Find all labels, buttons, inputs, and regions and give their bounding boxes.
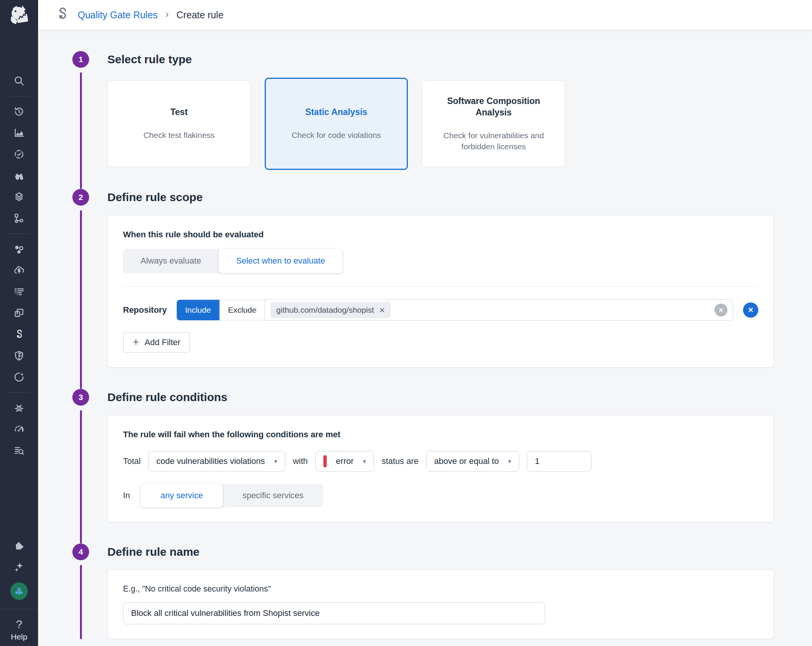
card-description: Check for code violations xyxy=(292,130,381,141)
sidebar-bottom: ? Help xyxy=(0,540,38,646)
sidebar-item-log-search[interactable] xyxy=(11,445,27,457)
target-circle-icon xyxy=(13,149,25,160)
clear-input-button[interactable]: ✕ xyxy=(714,304,727,317)
rule-name-panel: E.g., "No critical code security violati… xyxy=(107,569,774,639)
step-number-badge: 2 xyxy=(72,189,89,206)
sidebar-divider xyxy=(8,233,30,234)
sidebar-item-layers[interactable] xyxy=(11,191,27,203)
sidebar-divider xyxy=(8,96,30,96)
windows-icon xyxy=(13,307,25,319)
rule-scope-panel: When this rule should be evaluated Alway… xyxy=(107,215,774,368)
comparator-select[interactable]: above or equal to ▾ xyxy=(426,451,519,472)
gauge-icon xyxy=(13,424,25,435)
sidebar-item-synthetics[interactable] xyxy=(11,148,27,160)
chip-remove-icon[interactable]: ✕ xyxy=(379,307,385,314)
sidebar-item-profiling[interactable] xyxy=(11,423,27,435)
sidebar-item-logs[interactable] xyxy=(11,286,27,298)
metric-select[interactable]: code vulnerabilities violations ▾ xyxy=(148,451,285,472)
breadcrumb-bar: Quality Gate Rules › Create rule xyxy=(38,0,812,30)
always-evaluate-option[interactable]: Always evaluate xyxy=(123,249,219,273)
step-rail: 1 xyxy=(72,51,89,189)
rule-type-card-test[interactable]: Test Check test flakiness xyxy=(107,80,251,167)
sparkle-circle-icon xyxy=(13,371,25,383)
layers-icon xyxy=(13,191,25,203)
bug-icon xyxy=(13,402,25,414)
service-scope-row: In any service specific services xyxy=(123,484,758,507)
user-avatar[interactable] xyxy=(10,582,28,600)
card-description: Check test flakiness xyxy=(144,130,215,141)
add-filter-label: Add Filter xyxy=(145,337,181,347)
sidebar-item-service-mgmt[interactable] xyxy=(11,371,27,383)
threshold-input[interactable] xyxy=(527,451,591,472)
sidebar-item-error-tracking[interactable] xyxy=(11,402,27,414)
step-title: Define rule conditions xyxy=(107,389,774,406)
question-mark-icon: ? xyxy=(16,619,22,630)
step-connector-line xyxy=(80,72,82,189)
sidebar-item-search[interactable] xyxy=(11,75,27,87)
exclude-toggle[interactable]: Exclude xyxy=(219,300,265,320)
avatar-robot-icon xyxy=(13,585,25,597)
rule-name-hint: E.g., "No critical code security violati… xyxy=(123,584,758,594)
breadcrumb-current: Create rule xyxy=(176,10,224,21)
specific-services-option[interactable]: specific services xyxy=(223,484,323,507)
sidebar-item-history[interactable] xyxy=(11,106,27,118)
step-connector-line xyxy=(80,210,82,389)
help-label: Help xyxy=(11,632,27,641)
app-root: ? Help Quality Gate Rules › Create rule … xyxy=(0,0,812,646)
comparator-value: above or equal to xyxy=(434,456,499,466)
rule-conditions-panel: The rule will fail when the following co… xyxy=(107,415,774,522)
sidebar-item-infrastructure[interactable] xyxy=(11,243,27,255)
step-define-rule-name: 4 Define rule name E.g., "No critical co… xyxy=(72,544,774,639)
step-connector-line xyxy=(80,565,82,639)
rule-name-input[interactable] xyxy=(123,602,545,624)
step-title: Select rule type xyxy=(107,51,774,68)
remove-filter-button[interactable]: ✕ xyxy=(743,302,758,318)
sidebar-item-rum[interactable] xyxy=(11,307,27,319)
conditions-intro: The rule will fail when the following co… xyxy=(123,430,758,440)
sidebar-item-software-delivery[interactable] xyxy=(11,328,27,341)
sidebar-item-integrations[interactable] xyxy=(11,540,27,552)
any-service-option[interactable]: any service xyxy=(141,484,222,507)
binoculars-icon xyxy=(13,170,25,181)
error-severity-bar xyxy=(323,455,327,467)
rule-type-card-sca[interactable]: Software Composition Analysis Check for … xyxy=(422,80,565,167)
severity-value: error xyxy=(336,456,353,466)
sidebar-item-ai[interactable] xyxy=(11,561,27,573)
hexagons-icon xyxy=(13,243,25,255)
puzzle-icon xyxy=(13,540,25,552)
select-when-to-evaluate-option[interactable]: Select when to evaluate xyxy=(219,249,343,273)
datadog-logo-icon[interactable] xyxy=(6,3,32,30)
card-title: Static Analysis xyxy=(305,107,368,118)
repository-tag-input[interactable]: github.com/datadog/shopist ✕ ✕ xyxy=(265,299,733,321)
step-define-rule-conditions: 3 Define rule conditions The rule will f… xyxy=(72,389,774,544)
repository-label: Repository xyxy=(123,305,167,315)
step-number-badge: 1 xyxy=(72,51,89,68)
when-evaluated-label: When this rule should be evaluated xyxy=(123,230,758,240)
severity-select[interactable]: error ▾ xyxy=(315,451,374,472)
step-number-badge: 3 xyxy=(72,389,89,406)
quality-gates-icon xyxy=(54,6,70,24)
rule-type-card-static-analysis[interactable]: Static Analysis Check for code violation… xyxy=(265,78,408,170)
total-label: Total xyxy=(123,456,141,466)
step-connector-line xyxy=(80,410,82,544)
shield-icon xyxy=(13,350,25,361)
sidebar-item-service-map[interactable] xyxy=(11,212,27,224)
breadcrumb-root-link[interactable]: Quality Gate Rules xyxy=(78,10,158,21)
step-title: Define rule name xyxy=(107,544,774,560)
status-are-label: status are xyxy=(382,456,419,466)
sidebar-item-cloud-cost[interactable] xyxy=(11,264,27,277)
service-scope-toggle: any service specific services xyxy=(141,484,323,507)
include-toggle[interactable]: Include xyxy=(177,300,219,320)
condition-row: Total code vulnerabilities violations ▾ … xyxy=(123,451,758,472)
create-rule-form: 1 Select rule type Test Check test flaki… xyxy=(38,30,812,646)
evaluate-toggle: Always evaluate Select when to evaluate xyxy=(123,249,343,273)
sidebar-item-watchdog[interactable] xyxy=(11,169,27,182)
step-select-rule-type: 1 Select rule type Test Check test flaki… xyxy=(72,51,774,189)
sidebar-item-metrics[interactable] xyxy=(11,127,27,139)
close-icon: ✕ xyxy=(748,306,753,314)
help-button[interactable]: ? Help xyxy=(11,619,27,641)
add-filter-button[interactable]: + Add Filter xyxy=(123,332,190,353)
step-title: Define rule scope xyxy=(107,189,774,206)
chevron-right-icon: › xyxy=(165,9,169,21)
sidebar-item-security[interactable] xyxy=(11,350,27,362)
